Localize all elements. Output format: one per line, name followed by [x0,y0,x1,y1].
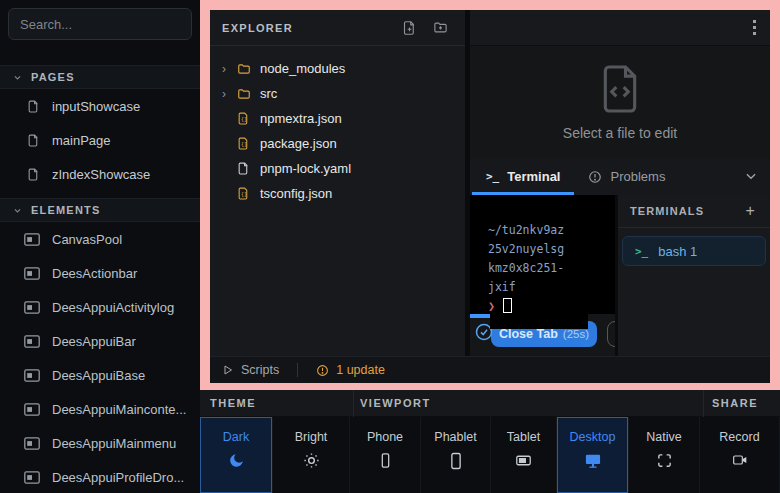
sidebar-item-deesappuibar[interactable]: DeesAppuiBar [0,324,200,358]
tab-terminal[interactable]: >_ Terminal [472,158,574,195]
viewport-phone-button[interactable]: Phone [350,417,421,493]
tree-item-node-modules[interactable]: › node_modules [210,56,465,81]
terminal-cursor [503,298,512,313]
button-label: Tablet [507,430,540,444]
svg-text:{}: {} [241,191,248,197]
sidebar-item-inputshowcase[interactable]: inputShowcase [0,89,200,123]
terminal-screen[interactable]: ~/tu2nkv9az 25v2nuyelsg kmz0x8c251- jxif… [470,195,615,314]
terminals-title: TERMINALS [630,205,704,217]
sidebar-item-label: DeesAppuiMainmenu [52,436,176,451]
json-file-icon: {} [237,111,250,126]
svg-text:{}: {} [241,116,248,122]
viewport-tablet-button[interactable]: Tablet [491,417,557,493]
tree-item-tsconfig-json[interactable]: {} tsconfig.json [210,181,465,206]
file-name: tsconfig.json [260,186,332,201]
sidebar-item-deesappuiactivitylog[interactable]: DeesAppuiActivitylog [0,290,200,324]
tree-item-src[interactable]: › src [210,81,465,106]
update-label: 1 update [336,363,385,377]
sidebar-item-deesappuiprofiledropdown[interactable]: DeesAppuiProfileDro... [0,460,200,493]
sidebar-item-deesappuimaincontent[interactable]: DeesAppuiMainconte... [0,392,200,426]
viewport-toolbar: THEME VIEWPORT SHARE Dark Bright Phone P… [200,390,780,493]
sidebar-item-deesactionbar[interactable]: DeesActionbar [0,256,200,290]
file-name: node_modules [260,61,345,76]
sidebar-item-deesappuibase[interactable]: DeesAppuiBase [0,358,200,392]
page-icon [27,99,40,114]
component-icon [24,267,40,280]
kebab-menu-icon[interactable] [753,20,756,35]
page-icon [27,133,40,148]
tab-problems[interactable]: Problems [574,158,679,195]
new-folder-icon[interactable] [432,20,449,35]
terminal-prompt-icon: >_ [635,245,648,258]
folder-icon [236,62,252,76]
sidebar-item-label: CanvasPool [52,232,122,247]
terminal-area: ~/tu2nkv9az 25v2nuyelsg kmz0x8c251- jxif… [470,195,770,356]
collapse-panel-icon[interactable] [744,169,758,183]
editor-empty-state: Select a file to edit [470,46,770,158]
sidebar-item-canvaspool[interactable]: CanvasPool [0,222,200,256]
tree-item-npmextra-json[interactable]: {} npmextra.json [210,106,465,131]
code-file-icon [598,63,642,115]
statusbar-divider [297,363,298,377]
component-icon [24,335,40,348]
sidebar-item-label: DeesAppuiBar [52,334,136,349]
tab-label: Problems [610,169,665,184]
sidebar-item-mainpage[interactable]: mainPage [0,123,200,157]
sidebar-item-label: DeesAppuiMainconte... [52,402,186,417]
component-sidebar: PAGES inputShowcase mainPage zIndexShowc… [0,0,200,493]
ide-statusbar: Scripts 1 update [210,356,770,383]
component-icon [24,369,40,382]
sidebar-item-zindexshowcase[interactable]: zIndexShowcase [0,157,200,191]
terminal-prompt-icon: >_ [486,170,499,183]
sidebar-item-deesappuimainmenu[interactable]: DeesAppuiMainmenu [0,426,200,460]
viewport-native-button[interactable]: Native [629,417,700,493]
toolbar-section-theme: THEME [210,397,256,409]
new-file-icon[interactable] [402,20,417,36]
update-notice[interactable]: 1 update [316,363,385,377]
phablet-icon [447,452,465,470]
svg-text:{}: {} [241,141,248,147]
sidebar-item-label: DeesAppuiActivitylog [52,300,174,315]
sidebar-item-label: inputShowcase [52,99,140,114]
editor-topbar [470,10,770,46]
button-label: Phablet [434,430,476,444]
button-label: Dark [223,430,249,444]
ide-highlight-frame: EXPLORER › node_modules › src { [200,0,780,390]
terminal-line: kmz0x8c251- [488,259,615,278]
sidebar-item-label: mainPage [52,133,111,148]
secondary-dialog-button[interactable] [607,321,615,347]
share-record-button[interactable]: Record [700,417,780,493]
sidebar-item-label: DeesAppuiProfileDro... [52,470,184,485]
countdown-progress-bar [470,314,491,318]
json-file-icon: {} [237,186,250,201]
viewport-phablet-button[interactable]: Phablet [421,417,491,493]
countdown-label: (25s) [563,328,589,340]
embedded-ide: EXPLORER › node_modules › src { [210,10,770,383]
add-terminal-button[interactable]: + [746,202,756,220]
scripts-label: Scripts [241,363,279,377]
scripts-button[interactable]: Scripts [222,363,279,377]
file-name: package.json [260,136,337,151]
tree-item-package-json[interactable]: {} package.json [210,131,465,156]
section-header-elements[interactable]: ELEMENTS [0,198,200,222]
search-input[interactable] [8,8,192,40]
terminal-session-bash1[interactable]: >_ bash 1 [622,236,766,266]
tree-item-pnpm-lock-yaml[interactable]: pnpm-lock.yaml [210,156,465,181]
terminal-session-label: bash 1 [658,244,697,259]
viewport-desktop-button[interactable]: Desktop [557,417,629,493]
problems-icon [588,170,602,184]
section-header-pages[interactable]: PAGES [0,65,200,89]
sidebar-item-label: DeesActionbar [52,266,137,281]
terminal-panel: ~/tu2nkv9az 25v2nuyelsg kmz0x8c251- jxif… [470,195,615,356]
chevron-down-icon [13,73,22,82]
component-icon [24,301,40,314]
toolbar-head-divider [703,390,704,417]
file-name: npmextra.json [260,111,342,126]
button-label: Native [646,430,681,444]
explorer-title: EXPLORER [222,22,293,34]
terminal-line: jxif [488,278,615,297]
theme-bright-button[interactable]: Bright [273,417,350,493]
component-icon [24,471,40,484]
theme-dark-button[interactable]: Dark [200,417,273,493]
section-label: PAGES [31,71,75,83]
